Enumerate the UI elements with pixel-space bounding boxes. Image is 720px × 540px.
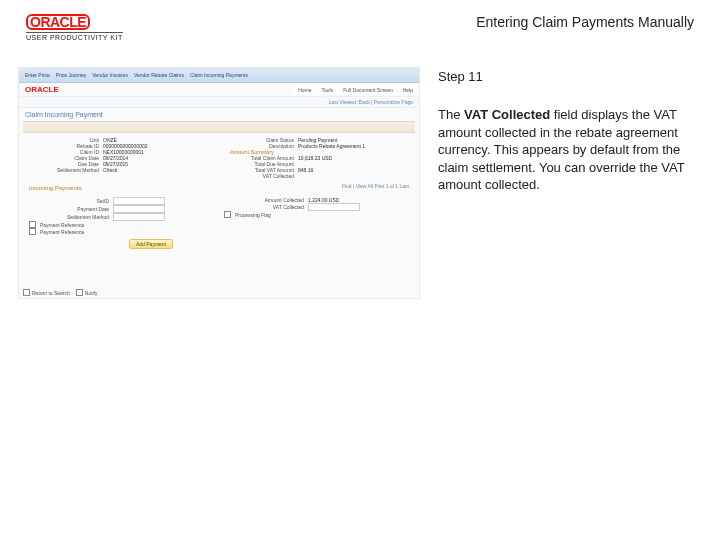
ss-add-payment-button[interactable]: Add Payment <box>129 239 173 249</box>
ss-input[interactable] <box>113 197 165 205</box>
ss-menu-item: Full Document Screen <box>343 87 392 93</box>
doc-title: Entering Claim Payments Manually <box>476 14 694 30</box>
ss-row-label: Payment Reference <box>40 222 84 228</box>
subbrand-label: USER PRODUCTIVITY KIT <box>26 32 123 41</box>
ss-tabbar <box>23 121 415 133</box>
ss-menu-item: Help <box>403 87 413 93</box>
ss-lower: SetID Payment Date09/28/2015 Settlement … <box>19 193 419 253</box>
ss-checkbox[interactable] <box>224 211 231 218</box>
ss-input[interactable] <box>113 213 165 221</box>
ss-row-label: Processing Flag <box>235 212 271 218</box>
ss-crumb: Vendor Invoices <box>92 72 128 78</box>
embedded-screenshot: Enter Price Price Journey Vendor Invoice… <box>18 67 420 299</box>
ss-menu-item: Home <box>298 87 311 93</box>
ss-fields: UnitONZE Rebate ID0000000000000002 Claim… <box>19 133 419 183</box>
ss-oracle-logo: ORACLE <box>19 83 65 96</box>
narrative-prefix: The <box>438 107 464 122</box>
ss-checkbox[interactable] <box>29 228 36 235</box>
ss-checkbox[interactable] <box>29 221 36 228</box>
ss-breadcrumb: Last Viewed: Back | Personalize Page <box>19 97 419 108</box>
ss-crumb: Enter Price <box>25 72 50 78</box>
ss-row-label: Settlement Method <box>29 214 109 220</box>
ss-footer-tab: Return to Search <box>32 290 70 296</box>
ss-field-value: Products Rebate Agreement 1 <box>298 143 365 149</box>
ss-input[interactable] <box>113 205 165 213</box>
ss-field-value: 10,618.23 USD <box>298 155 332 161</box>
ss-bluebar: Enter Price Price Journey Vendor Invoice… <box>19 68 419 83</box>
ss-row-label: Payment Date <box>29 206 109 212</box>
ss-crumb: Vendor Rebate Claims <box>134 72 184 78</box>
ss-incoming-header: Incoming Payments <box>29 183 82 193</box>
ss-crumb: Claim Incoming Payments <box>190 72 248 78</box>
logo-block: ORACLE USER PRODUCTIVITY KIT <box>26 14 123 41</box>
oracle-logo: ORACLE <box>26 14 90 30</box>
ss-field-label: VAT Collected <box>224 173 294 179</box>
header: ORACLE USER PRODUCTIVITY KIT Entering Cl… <box>0 0 720 47</box>
ss-crumb: Price Journey <box>56 72 87 78</box>
ss-field-value: 848.16 <box>298 167 313 173</box>
ss-vat-collected-input[interactable] <box>308 203 360 211</box>
ss-checkbox <box>76 289 83 296</box>
ss-field-value: Check <box>103 167 117 173</box>
ss-row-label: Amount Collected <box>224 197 304 203</box>
ss-field-label: Settlement Method <box>29 167 99 173</box>
narrative: Step 11 The VAT Collected field displays… <box>438 67 702 299</box>
ss-row-label: VAT Collected <box>224 204 304 210</box>
ss-row-label: SetID <box>29 198 109 204</box>
narrative-bold: VAT Collected <box>464 107 550 122</box>
ss-menu-item: Tools <box>322 87 334 93</box>
ss-incoming-meta: Find | View All First 1 of 1 Last <box>342 183 409 193</box>
narrative-body: The VAT Collected field displays the VAT… <box>438 106 702 194</box>
ss-checkbox <box>23 289 30 296</box>
ss-footer-tabs: Return to Search Notify <box>23 289 98 296</box>
ss-footer-tab: Notify <box>85 290 98 296</box>
step-label: Step 11 <box>438 69 702 84</box>
body-row: Enter Price Price Journey Vendor Invoice… <box>0 47 720 299</box>
ss-section-title: Claim Incoming Payment <box>19 108 419 121</box>
page: ORACLE USER PRODUCTIVITY KIT Entering Cl… <box>0 0 720 540</box>
oracle-wordmark: ORACLE <box>26 14 90 30</box>
ss-row-label: Payment Reference <box>40 229 84 235</box>
ss-topmenu: Home Tools Full Document Screen Help <box>292 85 419 95</box>
